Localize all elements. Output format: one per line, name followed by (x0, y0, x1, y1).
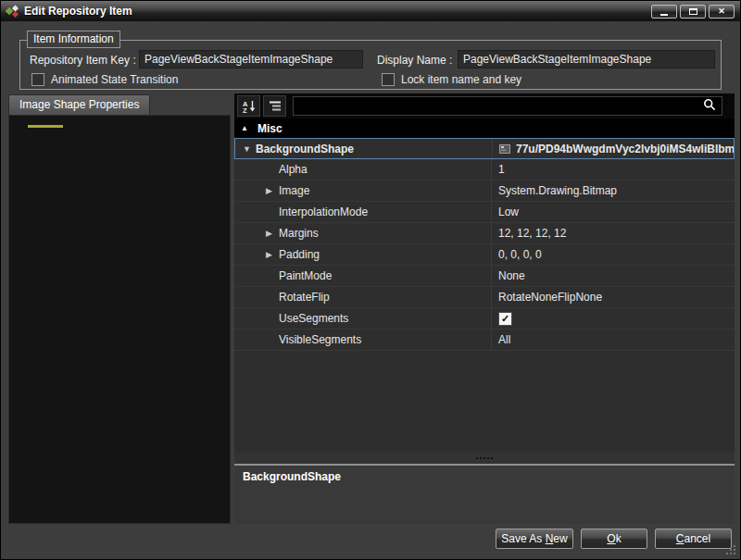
description-splitter[interactable] (234, 453, 735, 466)
edit-repository-item-dialog: Edit Repository Item ✕ Item Information … (0, 0, 741, 560)
categorized-icon (268, 99, 283, 114)
display-name-input[interactable] (458, 50, 715, 68)
description-title: BackgroundShape (243, 470, 341, 483)
minimize-button[interactable] (651, 5, 677, 19)
image-shape-preview (28, 125, 63, 128)
ok-label: Ok (607, 532, 621, 545)
property-row-rotateflip[interactable]: RotateFlipRotateNoneFlipNone (234, 287, 735, 308)
property-value-cell[interactable]: System.Drawing.Bitmap (492, 180, 735, 201)
property-row-paintmode[interactable]: PaintModeNone (234, 266, 735, 287)
search-box[interactable] (293, 96, 722, 116)
property-value-cell[interactable]: 0, 0, 0, 0 (492, 244, 735, 265)
property-value-cell[interactable]: 1 (492, 159, 735, 180)
usesegments-checkbox[interactable]: ✓ (498, 312, 512, 326)
property-name-cell: RotateFlip (234, 287, 492, 307)
left-panel: Image Shape Properties (8, 94, 231, 524)
categorized-button[interactable] (263, 95, 286, 117)
property-name: UseSegments (279, 312, 348, 325)
property-row-alpha[interactable]: Alpha1 (234, 159, 735, 180)
expand-row-icon[interactable]: ▶ (266, 186, 279, 195)
property-row-margins[interactable]: ▶Margins12, 12, 12, 12 (234, 223, 735, 244)
property-row-image[interactable]: ▶ImageSystem.Drawing.Bitmap (234, 180, 735, 202)
tab-image-shape-properties[interactable]: Image Shape Properties (8, 94, 150, 115)
property-grid-toolbar: A Z (234, 93, 735, 118)
property-value-cell[interactable]: RotateNoneFlipNone (492, 287, 735, 307)
property-row-usesegments[interactable]: UseSegments✓ (234, 308, 735, 330)
property-name: Alpha (279, 163, 308, 176)
property-name-cell: ▶Padding (234, 244, 492, 265)
property-name-cell: PaintMode (234, 266, 492, 286)
value-editor-icon[interactable] (499, 143, 510, 155)
property-value-cell[interactable]: 77u/PD94bWwgdmVyc2lvbj0iMS4wIiBlbmNvZ (493, 139, 734, 158)
app-icon (6, 5, 19, 19)
property-name: Image (279, 184, 309, 197)
category-row-misc[interactable]: ▲ Misc (234, 118, 735, 138)
save-as-new-button[interactable]: Save As New (496, 529, 573, 549)
svg-text:Z: Z (243, 106, 247, 114)
property-name-cell: InterpolationMode (234, 202, 492, 222)
maximize-icon (689, 8, 697, 15)
property-name-cell: Alpha (234, 159, 492, 180)
lock-item-label: Lock item name and key (401, 73, 521, 86)
property-value-cell[interactable]: Low (492, 202, 735, 222)
image-preview-panel (8, 115, 231, 524)
cancel-label: Cancel (676, 532, 710, 545)
repository-item-key-label: Repository Item Key : (30, 54, 136, 67)
property-name: Padding (279, 248, 320, 261)
property-name: Margins (279, 227, 319, 240)
lock-item-checkbox[interactable] (382, 73, 395, 86)
property-name-cell: ▼ BackgroundShape (235, 139, 493, 158)
splitter-grip-icon (484, 457, 485, 459)
sort-alphabetical-icon: A Z (242, 99, 257, 114)
property-row-visiblesegments[interactable]: VisibleSegmentsAll (234, 330, 735, 351)
animated-state-transition-checkbox[interactable] (31, 73, 44, 86)
display-name-label: Display Name : (377, 54, 452, 67)
property-value-cell[interactable]: ✓ (492, 308, 735, 329)
property-row-interpolationmode[interactable]: InterpolationModeLow (234, 202, 735, 223)
sort-alphabetical-button[interactable]: A Z (237, 95, 260, 117)
category-label: Misc (257, 122, 283, 135)
property-name-cell: UseSegments (234, 308, 492, 329)
property-search-input[interactable] (299, 99, 703, 114)
footer: Save As New Ok Cancel (1, 529, 740, 549)
minimize-icon (660, 14, 668, 16)
window-title: Edit Repository Item (24, 5, 132, 18)
window-controls: ✕ (651, 5, 740, 19)
resize-grip[interactable] (734, 553, 735, 554)
property-name: PaintMode (279, 269, 332, 282)
property-grid-panel: A Z (234, 93, 735, 524)
property-name: RotateFlip (279, 291, 330, 304)
property-value-cell[interactable]: 12, 12, 12, 12 (492, 223, 735, 243)
lock-item-option[interactable]: Lock item name and key (382, 73, 521, 86)
close-icon: ✕ (718, 7, 725, 16)
property-name: BackgroundShape (256, 143, 354, 156)
repository-item-key-input[interactable] (139, 50, 363, 68)
category-collapse-icon[interactable]: ▲ (241, 124, 248, 132)
group-label: Item Information (27, 31, 120, 48)
ok-button[interactable]: Ok (581, 529, 647, 549)
search-icon[interactable] (703, 98, 716, 114)
item-information-group: Item Information Repository Item Key : D… (19, 40, 722, 90)
property-name-cell: VisibleSegments (234, 330, 492, 350)
property-grid: ▲ Misc ▼ BackgroundShape 77 (234, 118, 735, 453)
description-panel: BackgroundShape (234, 466, 735, 524)
cancel-button[interactable]: Cancel (655, 529, 732, 549)
collapse-row-icon[interactable]: ▼ (243, 144, 256, 154)
property-row-padding[interactable]: ▶Padding0, 0, 0, 0 (234, 244, 735, 266)
expand-row-icon[interactable]: ▶ (266, 229, 279, 238)
maximize-button[interactable] (680, 5, 706, 19)
property-value: 77u/PD94bWwgdmVyc2lvbj0iMS4wIiBlbmNvZ (516, 143, 734, 156)
close-button[interactable]: ✕ (709, 5, 735, 19)
property-row-backgroundshape-selected[interactable]: ▼ BackgroundShape 77u/PD94bWwgdmVyc2lvbj… (234, 138, 735, 159)
property-value-cell[interactable]: None (492, 266, 735, 286)
save-as-new-label: Save As New (501, 532, 567, 545)
property-name-cell: ▶Image (234, 180, 492, 201)
property-name: VisibleSegments (279, 333, 361, 346)
animated-state-transition-option[interactable]: Animated State Transition (31, 73, 178, 86)
expand-row-icon[interactable]: ▶ (266, 250, 279, 259)
property-name-cell: ▶Margins (234, 223, 492, 243)
property-rows: Alpha1▶ImageSystem.Drawing.BitmapInterpo… (234, 159, 735, 351)
property-value-cell[interactable]: All (492, 330, 735, 350)
title-bar[interactable]: Edit Repository Item ✕ (1, 1, 740, 21)
property-name: InterpolationMode (279, 205, 368, 218)
